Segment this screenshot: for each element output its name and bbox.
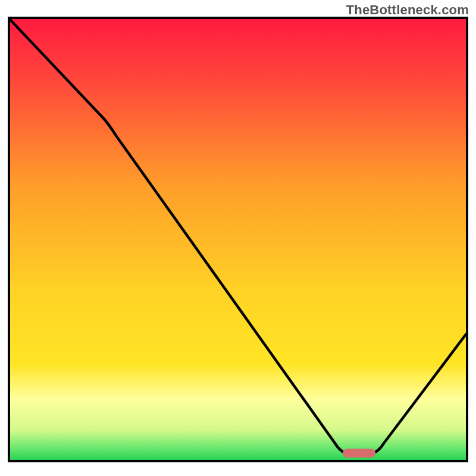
plot-background xyxy=(9,18,467,461)
valley-marker xyxy=(343,449,375,458)
chart-svg xyxy=(0,0,476,476)
watermark-text: TheBottleneck.com xyxy=(346,2,469,18)
chart-container: TheBottleneck.com xyxy=(0,0,476,476)
